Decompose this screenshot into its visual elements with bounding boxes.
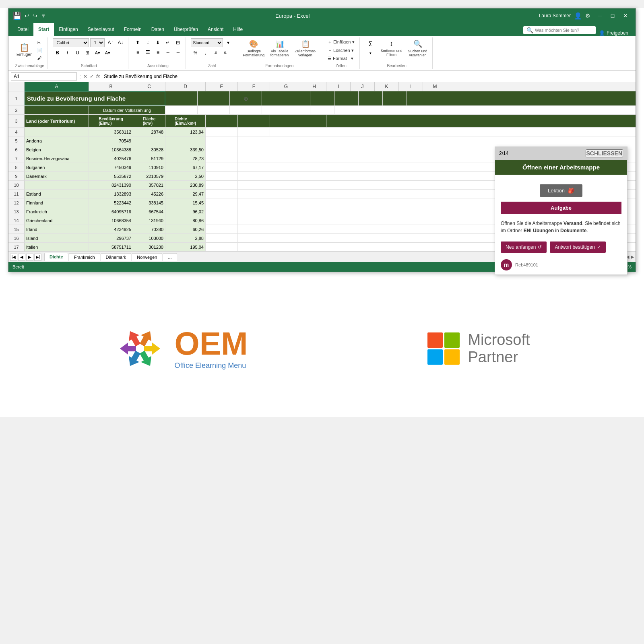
row-num-9[interactable]: 9	[8, 172, 25, 181]
sort-filter-button[interactable]: ↕ Sortieren undFiltern	[379, 38, 404, 58]
cell-I1[interactable]	[286, 91, 310, 105]
cell-E1[interactable]	[165, 91, 198, 105]
cell-B6[interactable]: 10364388	[89, 145, 133, 154]
col-header-A[interactable]: A	[25, 82, 89, 91]
cell-C11[interactable]: 45226	[133, 190, 165, 198]
col-header-E[interactable]: E	[206, 82, 238, 91]
row-num-17[interactable]: 17	[8, 243, 25, 252]
cell-A15[interactable]: Irland	[25, 225, 89, 233]
cancel-formula-icon[interactable]: ✕	[83, 74, 87, 79]
tab-datei[interactable]: Datei	[12, 23, 33, 36]
cell-A5[interactable]: Andorra	[25, 136, 89, 145]
cell-A8[interactable]: Bulgarien	[25, 163, 89, 171]
col-header-D[interactable]: D	[165, 82, 206, 91]
cell-D14[interactable]: 80,86	[165, 216, 206, 225]
wrap-text-button[interactable]: ↵	[163, 38, 172, 47]
underline-button[interactable]: U	[73, 48, 82, 57]
cell-D6[interactable]: 339,50	[165, 145, 206, 154]
italic-button[interactable]: I	[63, 48, 72, 57]
cell-B15[interactable]: 4234925	[89, 225, 133, 233]
cell-I2[interactable]	[286, 106, 310, 114]
cell-H1[interactable]	[262, 91, 286, 105]
row-num-16[interactable]: 16	[8, 234, 25, 243]
sheet-tab-more[interactable]: ...	[163, 253, 177, 261]
cell-B4[interactable]: 3563112	[89, 128, 133, 136]
cell-G1[interactable]: ⊕	[230, 91, 262, 105]
cell-E14[interactable]	[206, 216, 238, 225]
sheet-nav-next[interactable]: ▶	[26, 254, 33, 261]
row-num-5[interactable]: 5	[8, 136, 25, 145]
format-table-button[interactable]: 📊 Als Tabelleformatieren	[268, 38, 291, 58]
indent-left-button[interactable]: ←	[163, 48, 172, 57]
cell-D9[interactable]: 2,50	[165, 172, 206, 180]
cell-A6[interactable]: Belgien	[25, 145, 89, 154]
minimize-button[interactable]: ─	[594, 11, 606, 20]
cell-E6[interactable]	[206, 145, 238, 154]
cell-B16[interactable]: 296737	[89, 234, 133, 242]
cell-C17[interactable]: 301230	[133, 243, 165, 251]
cell-A7[interactable]: Bosnien-Herzegowina	[25, 154, 89, 163]
cell-M1[interactable]	[383, 91, 407, 105]
font-shrink-button[interactable]: A↓	[116, 38, 125, 47]
antwort-bestaetigen-button[interactable]: Antwort bestätigen ✓	[550, 242, 605, 253]
font-selector[interactable]: Calibri	[53, 38, 89, 47]
cell-L1[interactable]	[359, 91, 383, 105]
cell-C12[interactable]: 338145	[133, 198, 165, 207]
cell-J2[interactable]	[310, 106, 334, 114]
cell-A9[interactable]: Dänemark	[25, 172, 89, 180]
tab-hilfe[interactable]: Hilfe	[228, 23, 248, 36]
align-bottom-button[interactable]: ⬇	[153, 38, 162, 47]
cell-A4[interactable]	[25, 128, 89, 136]
tab-seitenlayout[interactable]: Seitenlayout	[83, 23, 119, 36]
paste-button[interactable]: 📋 Einfügen	[15, 42, 34, 58]
cell-D5[interactable]	[165, 136, 206, 145]
col-header-C[interactable]: C	[133, 82, 165, 91]
cell-E5[interactable]	[206, 136, 238, 145]
cell-F4[interactable]	[238, 128, 270, 136]
row-num-8[interactable]: 8	[8, 163, 25, 172]
col-header-J[interactable]: J	[351, 82, 375, 91]
row-num-3[interactable]: 3	[8, 115, 25, 128]
bold-button[interactable]: B	[53, 48, 62, 57]
copy-button[interactable]: 📄	[35, 47, 44, 54]
formula-input[interactable]	[102, 73, 633, 80]
cell-C15[interactable]: 70280	[133, 225, 165, 233]
align-middle-button[interactable]: ↕	[143, 38, 152, 47]
cell-C5[interactable]	[133, 136, 165, 145]
cell-reference-input[interactable]	[11, 72, 77, 80]
insert-function-icon[interactable]: fx	[96, 74, 100, 79]
cell-E13[interactable]	[206, 207, 238, 216]
cell-B3[interactable]: Bevölkerung(Einw.)	[89, 115, 133, 127]
cell-B17[interactable]: 58751711	[89, 243, 133, 251]
row-num-1[interactable]: 1	[8, 91, 25, 106]
confirm-formula-icon[interactable]: ✓	[90, 74, 94, 79]
tab-formeln[interactable]: Formeln	[119, 23, 147, 36]
cell-D13[interactable]: 96,02	[165, 207, 206, 216]
cell-E4[interactable]	[206, 128, 238, 136]
row-num-11[interactable]: 11	[8, 190, 25, 198]
increase-decimal-button[interactable]: .0	[211, 48, 220, 57]
col-header-L[interactable]: L	[399, 82, 423, 91]
cell-H3[interactable]	[302, 115, 326, 127]
sheet-nav-last[interactable]: ▶|	[34, 254, 41, 261]
row-num-4[interactable]: 4	[8, 128, 25, 136]
cell-C16[interactable]: 103000	[133, 234, 165, 242]
row-num-2[interactable]: 2	[8, 106, 25, 115]
tutorial-close-button[interactable]: SCHLIESSEN	[586, 149, 623, 157]
format-painter-button[interactable]: 🖌	[35, 55, 44, 61]
cell-D4[interactable]: 123,94	[165, 128, 206, 136]
cell-B7[interactable]: 4025476	[89, 154, 133, 163]
decrease-decimal-button[interactable]: 0.	[221, 48, 230, 57]
cell-B8[interactable]: 7450349	[89, 163, 133, 171]
font-grow-button[interactable]: A↑	[106, 38, 115, 47]
cell-J1[interactable]	[310, 91, 334, 105]
col-header-H[interactable]: H	[302, 82, 326, 91]
cell-C4[interactable]: 28748	[133, 128, 165, 136]
cell-E17[interactable]	[206, 243, 238, 251]
align-left-button[interactable]: ≡	[133, 48, 142, 57]
cell-E2[interactable]	[165, 106, 198, 114]
align-top-button[interactable]: ⬆	[133, 38, 142, 47]
cell-D10[interactable]: 230,89	[165, 181, 206, 189]
search-input[interactable]	[535, 28, 587, 33]
close-button[interactable]: ✕	[619, 11, 632, 20]
